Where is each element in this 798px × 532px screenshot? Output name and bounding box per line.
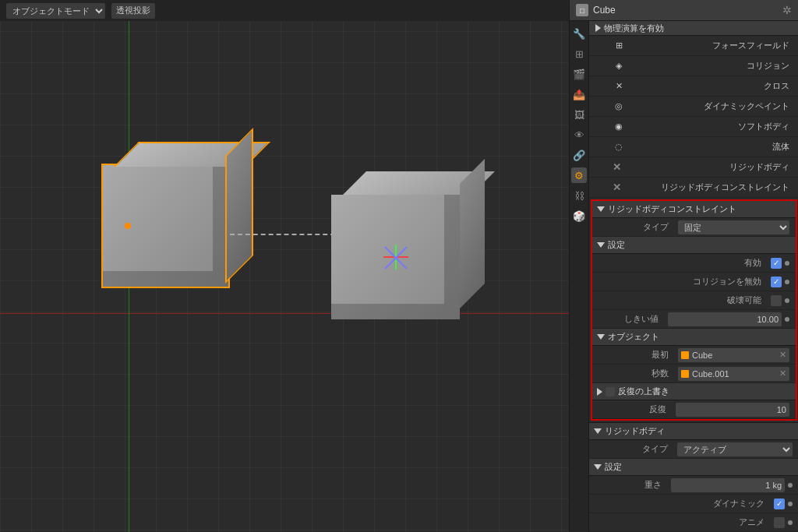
physics-item-cloth[interactable]: ✕ クロス [589,76,798,97]
physics-enable-header[interactable]: 物理演算を有効 [589,21,798,36]
rb-type-select[interactable]: 固定 [678,220,789,234]
cloth-label: クロス [631,80,789,92]
dynpaint-icon: ◎ [613,100,625,113]
panel-body: 物理演算を有効 ⊞ フォースフィールド ◈ コリジョン ✕ クロス [589,21,798,532]
rb-second-clear[interactable]: ✕ [779,368,786,379]
rb-constraint-arrow [597,206,605,212]
rb-anim-row: アニメ [589,513,798,532]
rb-second-icon [681,370,689,378]
rb-second-field[interactable]: Cube.001 ✕ [678,367,789,381]
collision-icon: ◈ [613,60,625,72]
forcefield-label: フォースフィールド [631,40,789,51]
rb-override-checkbox[interactable] [606,387,615,396]
rb-breakable-checkbox[interactable] [771,295,782,306]
rb-settings-label: 設定 [608,239,625,251]
rbconstraint-x: ✕ [613,181,621,193]
tab-item[interactable]: ⊞ [571,46,587,62]
rb-anim-dot[interactable] [788,520,793,525]
rigidbody-label: リジッドボディ [630,161,789,173]
panel-title: Cube [593,5,778,16]
rb-section-label: リジッドボディ [605,425,665,437]
rb-enabled-checkbox[interactable]: ✓ [771,258,782,269]
tab-strip: 🔧 ⊞ 🎬 📤 🖼 👁 🔗 ⚙ ⛓ 🎲 [570,21,589,532]
tab-scene[interactable]: 🎬 [571,66,587,82]
main-panel: 🔧 ⊞ 🎬 📤 🖼 👁 🔗 ⚙ ⛓ 🎲 物理演算を有効 ⊞ フ [570,21,798,532]
viewport[interactable]: オブジェクトモード 透視投影 [0,0,569,532]
physics-item-softbody[interactable]: ◉ ソフトボディ [589,117,798,137]
rb-iteration-label: 反復 [598,403,673,415]
rb-dynamic-row: ダイナミック ✓ [589,495,798,513]
rb-override-arrow [597,388,602,396]
rb-enabled-dot[interactable] [785,261,789,266]
rb-override-label: 反復の上書き [618,386,669,397]
rb-constraint-section: リジッドボディコンストレイント タイプ 固定 設定 有効 ✓ [591,199,797,421]
rb-section-arrow [594,428,602,434]
cube-origin-dot [125,223,131,229]
physics-item-dynpaint[interactable]: ◎ ダイナミックペイント [589,97,798,117]
panel-object-icon: □ [576,4,588,16]
rb-iteration-input[interactable] [676,403,789,417]
rigidbody-x: ✕ [613,161,621,173]
rb-dynamic-dot[interactable] [788,502,793,506]
tab-physics[interactable]: ⚙ [571,167,587,183]
rb-body-type-select[interactable]: アクティブ [677,442,793,456]
rb-constraint-header[interactable]: リジッドボディコンストレイント [592,201,796,218]
rb-dynamic-checkbox[interactable]: ✓ [774,499,785,509]
fluid-label: 流体 [631,141,789,153]
collision-label: コリジョン [631,60,789,72]
tab-tool[interactable]: 🔧 [571,26,587,41]
rb-object-label: オブジェクト [608,331,659,343]
viewport-header: オブジェクトモード 透視投影 [0,0,569,21]
tab-render[interactable]: 📤 [571,86,587,102]
physics-item-rbconstraint[interactable]: ✕ リジッドボディコンストレイント [589,178,798,198]
cube-left[interactable] [101,164,230,288]
cloth-icon: ✕ [613,80,625,93]
softbody-label: ソフトボディ [631,121,789,132]
rb-object-header[interactable]: オブジェクト [592,329,796,346]
rb-section: リジッドボディ タイプ アクティブ 設定 重さ [589,422,798,532]
viewport-mode-select[interactable]: オブジェクトモード [6,3,105,19]
rb-first-clear[interactable]: ✕ [779,350,786,360]
rb-threshold-row: しきい値 10.00 [592,310,796,329]
rb-body-settings-label: 設定 [605,461,622,473]
cube-right[interactable] [331,195,460,319]
rb-settings-header[interactable]: 設定 [592,237,796,254]
physics-enable-label: 物理演算を有効 [604,23,664,34]
rb-body-type-row: タイプ アクティブ [589,440,798,459]
rb-threshold-dot[interactable] [785,317,789,322]
rb-disable-collision-dot[interactable] [785,280,789,284]
rb-breakable-dot[interactable] [785,298,789,303]
physics-item-forcefield[interactable]: ⊞ フォースフィールド [589,36,798,56]
rb-weight-row: 重さ [589,476,798,495]
tab-constraints[interactable]: ⛓ [571,188,587,203]
rb-enabled-row: 有効 ✓ [592,254,796,273]
rb-threshold-input[interactable]: 10.00 [668,312,782,326]
physics-item-fluid[interactable]: ◌ 流体 [589,137,798,157]
dynpaint-label: ダイナミックペイント [631,100,789,112]
physics-item-rigidbody[interactable]: ✕ リジッドボディ [589,157,798,178]
right-panel: □ Cube ✲ 🔧 ⊞ 🎬 📤 🖼 👁 🔗 ⚙ ⛓ 🎲 物理演算を有効 [569,0,798,532]
rb-weight-dot[interactable] [788,483,793,488]
tab-view[interactable]: 👁 [571,127,587,143]
rb-second-label: 秒数 [598,368,675,379]
tab-material[interactable]: 🔗 [571,147,587,163]
rb-type-label: タイプ [598,221,675,233]
rb-first-field[interactable]: Cube ✕ [678,348,789,362]
rb-override-header[interactable]: 反復の上書き [592,383,796,400]
panel-top-bar: □ Cube ✲ [570,0,798,21]
rb-iteration-row: 反復 [592,400,796,419]
viewport-view-btn[interactable]: 透視投影 [111,3,155,19]
rb-body-settings-header[interactable]: 設定 [589,459,798,476]
rb-first-value: Cube [692,351,776,360]
rb-section-header[interactable]: リジッドボディ [589,423,798,440]
rb-weight-input[interactable] [671,478,785,492]
rb-anim-checkbox[interactable] [774,517,785,528]
tab-data[interactable]: 🎲 [571,208,587,224]
physics-item-collision[interactable]: ◈ コリジョン [589,56,798,76]
softbody-icon: ◉ [613,121,625,133]
panel-pin-icon[interactable]: ✲ [782,4,792,16]
rb-first-label: 最初 [598,349,675,361]
rb-disable-collision-checkbox[interactable]: ✓ [771,277,782,287]
rb-enabled-label: 有効 [598,257,768,269]
tab-output[interactable]: 🖼 [571,107,587,122]
